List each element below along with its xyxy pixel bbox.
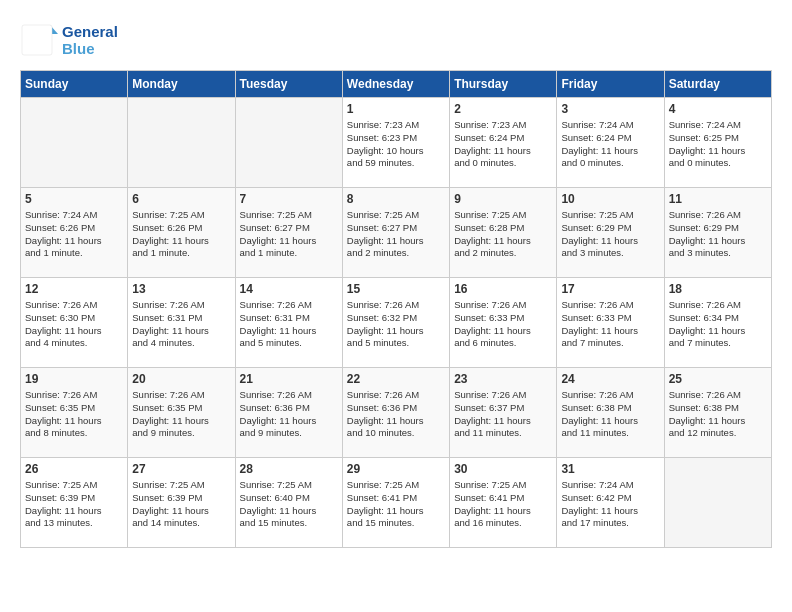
day-info: Sunrise: 7:25 AM Sunset: 6:28 PM Dayligh…	[454, 209, 552, 260]
calendar-week-2: 5Sunrise: 7:24 AM Sunset: 6:26 PM Daylig…	[21, 188, 772, 278]
day-number: 13	[132, 282, 230, 296]
column-header-monday: Monday	[128, 71, 235, 98]
day-number: 21	[240, 372, 338, 386]
calendar-cell: 8Sunrise: 7:25 AM Sunset: 6:27 PM Daylig…	[342, 188, 449, 278]
calendar-cell: 15Sunrise: 7:26 AM Sunset: 6:32 PM Dayli…	[342, 278, 449, 368]
day-info: Sunrise: 7:25 AM Sunset: 6:39 PM Dayligh…	[132, 479, 230, 530]
day-info: Sunrise: 7:26 AM Sunset: 6:34 PM Dayligh…	[669, 299, 767, 350]
day-number: 22	[347, 372, 445, 386]
day-info: Sunrise: 7:24 AM Sunset: 6:26 PM Dayligh…	[25, 209, 123, 260]
day-number: 9	[454, 192, 552, 206]
calendar-cell: 10Sunrise: 7:25 AM Sunset: 6:29 PM Dayli…	[557, 188, 664, 278]
day-info: Sunrise: 7:24 AM Sunset: 6:25 PM Dayligh…	[669, 119, 767, 170]
calendar-cell: 25Sunrise: 7:26 AM Sunset: 6:38 PM Dayli…	[664, 368, 771, 458]
calendar-cell: 7Sunrise: 7:25 AM Sunset: 6:27 PM Daylig…	[235, 188, 342, 278]
day-number: 8	[347, 192, 445, 206]
day-number: 3	[561, 102, 659, 116]
day-number: 28	[240, 462, 338, 476]
day-number: 5	[25, 192, 123, 206]
calendar-cell: 21Sunrise: 7:26 AM Sunset: 6:36 PM Dayli…	[235, 368, 342, 458]
calendar-week-4: 19Sunrise: 7:26 AM Sunset: 6:35 PM Dayli…	[21, 368, 772, 458]
day-info: Sunrise: 7:26 AM Sunset: 6:35 PM Dayligh…	[25, 389, 123, 440]
calendar-cell: 12Sunrise: 7:26 AM Sunset: 6:30 PM Dayli…	[21, 278, 128, 368]
day-number: 6	[132, 192, 230, 206]
calendar-week-1: 1Sunrise: 7:23 AM Sunset: 6:23 PM Daylig…	[21, 98, 772, 188]
calendar-cell: 14Sunrise: 7:26 AM Sunset: 6:31 PM Dayli…	[235, 278, 342, 368]
day-info: Sunrise: 7:24 AM Sunset: 6:24 PM Dayligh…	[561, 119, 659, 170]
calendar-cell: 24Sunrise: 7:26 AM Sunset: 6:38 PM Dayli…	[557, 368, 664, 458]
column-header-friday: Friday	[557, 71, 664, 98]
day-number: 24	[561, 372, 659, 386]
calendar-cell	[128, 98, 235, 188]
day-info: Sunrise: 7:25 AM Sunset: 6:40 PM Dayligh…	[240, 479, 338, 530]
day-info: Sunrise: 7:25 AM Sunset: 6:26 PM Dayligh…	[132, 209, 230, 260]
day-number: 14	[240, 282, 338, 296]
day-number: 1	[347, 102, 445, 116]
day-info: Sunrise: 7:24 AM Sunset: 6:42 PM Dayligh…	[561, 479, 659, 530]
day-info: Sunrise: 7:26 AM Sunset: 6:29 PM Dayligh…	[669, 209, 767, 260]
day-info: Sunrise: 7:25 AM Sunset: 6:41 PM Dayligh…	[347, 479, 445, 530]
day-info: Sunrise: 7:26 AM Sunset: 6:32 PM Dayligh…	[347, 299, 445, 350]
calendar-cell	[235, 98, 342, 188]
calendar-cell: 13Sunrise: 7:26 AM Sunset: 6:31 PM Dayli…	[128, 278, 235, 368]
column-header-wednesday: Wednesday	[342, 71, 449, 98]
calendar-cell: 29Sunrise: 7:25 AM Sunset: 6:41 PM Dayli…	[342, 458, 449, 548]
day-info: Sunrise: 7:26 AM Sunset: 6:33 PM Dayligh…	[454, 299, 552, 350]
day-info: Sunrise: 7:26 AM Sunset: 6:31 PM Dayligh…	[240, 299, 338, 350]
day-number: 18	[669, 282, 767, 296]
logo-blue: Blue	[62, 40, 95, 57]
calendar-cell: 9Sunrise: 7:25 AM Sunset: 6:28 PM Daylig…	[450, 188, 557, 278]
calendar-cell: 17Sunrise: 7:26 AM Sunset: 6:33 PM Dayli…	[557, 278, 664, 368]
day-number: 4	[669, 102, 767, 116]
day-info: Sunrise: 7:26 AM Sunset: 6:38 PM Dayligh…	[669, 389, 767, 440]
calendar-cell: 30Sunrise: 7:25 AM Sunset: 6:41 PM Dayli…	[450, 458, 557, 548]
day-number: 17	[561, 282, 659, 296]
svg-rect-1	[22, 25, 52, 55]
day-info: Sunrise: 7:26 AM Sunset: 6:37 PM Dayligh…	[454, 389, 552, 440]
day-info: Sunrise: 7:25 AM Sunset: 6:27 PM Dayligh…	[347, 209, 445, 260]
column-header-sunday: Sunday	[21, 71, 128, 98]
calendar-table: SundayMondayTuesdayWednesdayThursdayFrid…	[20, 70, 772, 548]
calendar-header-row: SundayMondayTuesdayWednesdayThursdayFrid…	[21, 71, 772, 98]
calendar-cell: 28Sunrise: 7:25 AM Sunset: 6:40 PM Dayli…	[235, 458, 342, 548]
day-number: 10	[561, 192, 659, 206]
calendar-cell: 6Sunrise: 7:25 AM Sunset: 6:26 PM Daylig…	[128, 188, 235, 278]
day-number: 27	[132, 462, 230, 476]
calendar-cell: 23Sunrise: 7:26 AM Sunset: 6:37 PM Dayli…	[450, 368, 557, 458]
calendar-cell: 4Sunrise: 7:24 AM Sunset: 6:25 PM Daylig…	[664, 98, 771, 188]
calendar-cell: 22Sunrise: 7:26 AM Sunset: 6:36 PM Dayli…	[342, 368, 449, 458]
day-info: Sunrise: 7:23 AM Sunset: 6:24 PM Dayligh…	[454, 119, 552, 170]
day-number: 20	[132, 372, 230, 386]
day-info: Sunrise: 7:26 AM Sunset: 6:31 PM Dayligh…	[132, 299, 230, 350]
day-number: 15	[347, 282, 445, 296]
column-header-saturday: Saturday	[664, 71, 771, 98]
logo-general: General	[62, 23, 118, 40]
logo: General Blue	[20, 20, 118, 60]
day-number: 31	[561, 462, 659, 476]
day-number: 16	[454, 282, 552, 296]
day-number: 25	[669, 372, 767, 386]
calendar-week-3: 12Sunrise: 7:26 AM Sunset: 6:30 PM Dayli…	[21, 278, 772, 368]
calendar-cell: 3Sunrise: 7:24 AM Sunset: 6:24 PM Daylig…	[557, 98, 664, 188]
calendar-cell: 18Sunrise: 7:26 AM Sunset: 6:34 PM Dayli…	[664, 278, 771, 368]
day-info: Sunrise: 7:26 AM Sunset: 6:30 PM Dayligh…	[25, 299, 123, 350]
calendar-cell: 31Sunrise: 7:24 AM Sunset: 6:42 PM Dayli…	[557, 458, 664, 548]
day-number: 7	[240, 192, 338, 206]
day-number: 23	[454, 372, 552, 386]
calendar-week-5: 26Sunrise: 7:25 AM Sunset: 6:39 PM Dayli…	[21, 458, 772, 548]
day-number: 2	[454, 102, 552, 116]
calendar-cell: 26Sunrise: 7:25 AM Sunset: 6:39 PM Dayli…	[21, 458, 128, 548]
calendar-cell: 19Sunrise: 7:26 AM Sunset: 6:35 PM Dayli…	[21, 368, 128, 458]
day-number: 12	[25, 282, 123, 296]
day-info: Sunrise: 7:26 AM Sunset: 6:38 PM Dayligh…	[561, 389, 659, 440]
day-info: Sunrise: 7:23 AM Sunset: 6:23 PM Dayligh…	[347, 119, 445, 170]
day-number: 11	[669, 192, 767, 206]
day-number: 19	[25, 372, 123, 386]
day-info: Sunrise: 7:25 AM Sunset: 6:39 PM Dayligh…	[25, 479, 123, 530]
calendar-cell: 16Sunrise: 7:26 AM Sunset: 6:33 PM Dayli…	[450, 278, 557, 368]
day-number: 30	[454, 462, 552, 476]
calendar-cell: 1Sunrise: 7:23 AM Sunset: 6:23 PM Daylig…	[342, 98, 449, 188]
calendar-cell: 2Sunrise: 7:23 AM Sunset: 6:24 PM Daylig…	[450, 98, 557, 188]
calendar-cell	[664, 458, 771, 548]
day-info: Sunrise: 7:26 AM Sunset: 6:36 PM Dayligh…	[347, 389, 445, 440]
